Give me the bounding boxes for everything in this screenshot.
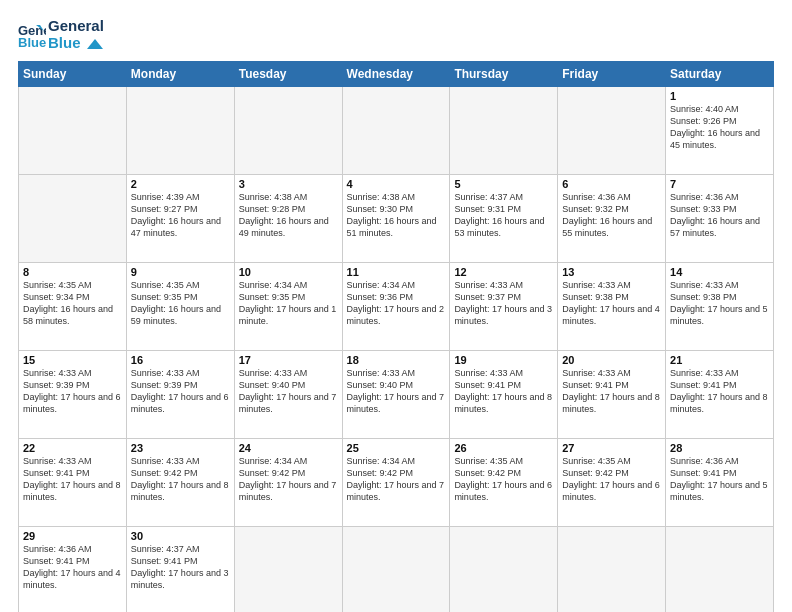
col-header-monday: Monday [126, 62, 234, 87]
day-info: Sunrise: 4:36 AMSunset: 9:32 PMDaylight:… [562, 192, 652, 238]
day-info: Sunrise: 4:33 AMSunset: 9:41 PMDaylight:… [562, 368, 660, 414]
calendar-cell: 24 Sunrise: 4:34 AMSunset: 9:42 PMDaylig… [234, 439, 342, 527]
day-number: 20 [562, 354, 661, 366]
day-number: 2 [131, 178, 230, 190]
calendar-cell: 8 Sunrise: 4:35 AMSunset: 9:34 PMDayligh… [19, 263, 127, 351]
day-number: 18 [347, 354, 446, 366]
day-number: 9 [131, 266, 230, 278]
day-number: 30 [131, 530, 230, 542]
calendar-cell [234, 527, 342, 613]
day-info: Sunrise: 4:40 AMSunset: 9:26 PMDaylight:… [670, 104, 760, 150]
day-info: Sunrise: 4:33 AMSunset: 9:41 PMDaylight:… [670, 368, 768, 414]
calendar-cell: 15 Sunrise: 4:33 AMSunset: 9:39 PMDaylig… [19, 351, 127, 439]
calendar-cell [558, 87, 666, 175]
calendar-cell: 3 Sunrise: 4:38 AMSunset: 9:28 PMDayligh… [234, 175, 342, 263]
calendar-cell: 25 Sunrise: 4:34 AMSunset: 9:42 PMDaylig… [342, 439, 450, 527]
calendar-cell: 28 Sunrise: 4:36 AMSunset: 9:41 PMDaylig… [666, 439, 774, 527]
day-info: Sunrise: 4:38 AMSunset: 9:30 PMDaylight:… [347, 192, 437, 238]
calendar-cell: 19 Sunrise: 4:33 AMSunset: 9:41 PMDaylig… [450, 351, 558, 439]
day-number: 21 [670, 354, 769, 366]
day-number: 10 [239, 266, 338, 278]
calendar-cell [558, 527, 666, 613]
logo-icon: General Blue [18, 21, 46, 49]
day-info: Sunrise: 4:33 AMSunset: 9:38 PMDaylight:… [562, 280, 660, 326]
calendar-cell: 6 Sunrise: 4:36 AMSunset: 9:32 PMDayligh… [558, 175, 666, 263]
day-number: 17 [239, 354, 338, 366]
day-number: 22 [23, 442, 122, 454]
day-number: 25 [347, 442, 446, 454]
calendar-cell: 21 Sunrise: 4:33 AMSunset: 9:41 PMDaylig… [666, 351, 774, 439]
calendar-cell: 7 Sunrise: 4:36 AMSunset: 9:33 PMDayligh… [666, 175, 774, 263]
day-number: 7 [670, 178, 769, 190]
day-info: Sunrise: 4:33 AMSunset: 9:39 PMDaylight:… [131, 368, 229, 414]
day-info: Sunrise: 4:33 AMSunset: 9:39 PMDaylight:… [23, 368, 121, 414]
calendar-cell: 23 Sunrise: 4:33 AMSunset: 9:42 PMDaylig… [126, 439, 234, 527]
calendar-cell: 12 Sunrise: 4:33 AMSunset: 9:37 PMDaylig… [450, 263, 558, 351]
logo-blue: Blue [48, 35, 104, 52]
calendar-cell: 5 Sunrise: 4:37 AMSunset: 9:31 PMDayligh… [450, 175, 558, 263]
calendar-header-row: SundayMondayTuesdayWednesdayThursdayFrid… [19, 62, 774, 87]
week-row-5: 22 Sunrise: 4:33 AMSunset: 9:41 PMDaylig… [19, 439, 774, 527]
calendar-cell [666, 527, 774, 613]
day-info: Sunrise: 4:35 AMSunset: 9:34 PMDaylight:… [23, 280, 113, 326]
col-header-wednesday: Wednesday [342, 62, 450, 87]
day-number: 16 [131, 354, 230, 366]
calendar-cell: 4 Sunrise: 4:38 AMSunset: 9:30 PMDayligh… [342, 175, 450, 263]
day-info: Sunrise: 4:33 AMSunset: 9:41 PMDaylight:… [23, 456, 121, 502]
day-info: Sunrise: 4:33 AMSunset: 9:37 PMDaylight:… [454, 280, 552, 326]
day-number: 3 [239, 178, 338, 190]
day-number: 8 [23, 266, 122, 278]
day-number: 14 [670, 266, 769, 278]
day-number: 23 [131, 442, 230, 454]
day-info: Sunrise: 4:33 AMSunset: 9:41 PMDaylight:… [454, 368, 552, 414]
calendar-cell: 20 Sunrise: 4:33 AMSunset: 9:41 PMDaylig… [558, 351, 666, 439]
calendar-cell: 2 Sunrise: 4:39 AMSunset: 9:27 PMDayligh… [126, 175, 234, 263]
day-number: 6 [562, 178, 661, 190]
day-number: 11 [347, 266, 446, 278]
day-number: 13 [562, 266, 661, 278]
calendar-cell: 27 Sunrise: 4:35 AMSunset: 9:42 PMDaylig… [558, 439, 666, 527]
day-number: 29 [23, 530, 122, 542]
day-info: Sunrise: 4:33 AMSunset: 9:40 PMDaylight:… [239, 368, 337, 414]
week-row-6: 29 Sunrise: 4:36 AMSunset: 9:41 PMDaylig… [19, 527, 774, 613]
calendar-cell [450, 527, 558, 613]
col-header-friday: Friday [558, 62, 666, 87]
day-info: Sunrise: 4:33 AMSunset: 9:38 PMDaylight:… [670, 280, 768, 326]
calendar-cell: 10 Sunrise: 4:34 AMSunset: 9:35 PMDaylig… [234, 263, 342, 351]
calendar-cell [342, 527, 450, 613]
calendar-cell [342, 87, 450, 175]
calendar-cell: 17 Sunrise: 4:33 AMSunset: 9:40 PMDaylig… [234, 351, 342, 439]
calendar-cell: 30 Sunrise: 4:37 AMSunset: 9:41 PMDaylig… [126, 527, 234, 613]
week-row-4: 15 Sunrise: 4:33 AMSunset: 9:39 PMDaylig… [19, 351, 774, 439]
day-number: 15 [23, 354, 122, 366]
day-number: 4 [347, 178, 446, 190]
day-info: Sunrise: 4:35 AMSunset: 9:42 PMDaylight:… [454, 456, 552, 502]
day-number: 26 [454, 442, 553, 454]
day-info: Sunrise: 4:38 AMSunset: 9:28 PMDaylight:… [239, 192, 329, 238]
day-number: 24 [239, 442, 338, 454]
day-number: 19 [454, 354, 553, 366]
calendar-cell [126, 87, 234, 175]
day-info: Sunrise: 4:33 AMSunset: 9:40 PMDaylight:… [347, 368, 445, 414]
calendar-cell [450, 87, 558, 175]
calendar-cell [19, 87, 127, 175]
day-info: Sunrise: 4:37 AMSunset: 9:41 PMDaylight:… [131, 544, 229, 590]
calendar-cell: 18 Sunrise: 4:33 AMSunset: 9:40 PMDaylig… [342, 351, 450, 439]
day-info: Sunrise: 4:36 AMSunset: 9:41 PMDaylight:… [23, 544, 121, 590]
svg-text:Blue: Blue [18, 35, 46, 49]
calendar-cell: 1 Sunrise: 4:40 AMSunset: 9:26 PMDayligh… [666, 87, 774, 175]
day-info: Sunrise: 4:34 AMSunset: 9:35 PMDaylight:… [239, 280, 337, 326]
day-info: Sunrise: 4:33 AMSunset: 9:42 PMDaylight:… [131, 456, 229, 502]
page: General Blue General Blue SundayMondayTu… [0, 0, 792, 612]
col-header-sunday: Sunday [19, 62, 127, 87]
week-row-2: 2 Sunrise: 4:39 AMSunset: 9:27 PMDayligh… [19, 175, 774, 263]
calendar-cell: 22 Sunrise: 4:33 AMSunset: 9:41 PMDaylig… [19, 439, 127, 527]
day-info: Sunrise: 4:36 AMSunset: 9:33 PMDaylight:… [670, 192, 760, 238]
col-header-thursday: Thursday [450, 62, 558, 87]
day-number: 27 [562, 442, 661, 454]
col-header-saturday: Saturday [666, 62, 774, 87]
day-number: 12 [454, 266, 553, 278]
col-header-tuesday: Tuesday [234, 62, 342, 87]
day-number: 1 [670, 90, 769, 102]
day-number: 28 [670, 442, 769, 454]
